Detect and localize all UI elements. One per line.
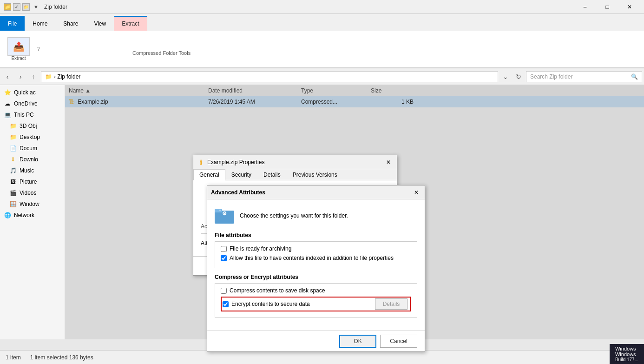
star-icon: ⭐ [4, 89, 11, 96]
maximize-button[interactable]: □ [597, 0, 618, 14]
details-button[interactable]: Details [375, 298, 407, 310]
sidebar-item-pictures[interactable]: 🖼 Picture [0, 176, 65, 187]
sidebar-item-3dobj[interactable]: 📁 3D Obj [0, 120, 65, 132]
advanced-ok-button[interactable]: OK [339, 335, 376, 348]
compressed-tools-label: Compressed Folder Tools [132, 50, 191, 56]
advanced-attributes-dialog: Advanced Attributes ✕ ⚙ Choose the setti… [207, 185, 425, 352]
compress-row: Compress contents to save disk space [221, 287, 411, 294]
tab-security[interactable]: Security [225, 169, 257, 180]
extract-label: Extract [11, 56, 26, 61]
content-area: Name ▲ Date modified Type Size 🗜 Example… [65, 85, 644, 339]
sidebar-item-onedrive[interactable]: ☁ OneDrive [0, 98, 65, 109]
encrypt-row: Encrypt contents to secure data Details [221, 297, 411, 311]
tab-general[interactable]: General [193, 169, 225, 180]
index-checkbox[interactable] [221, 255, 227, 261]
archive-row: File is ready for archiving [221, 245, 411, 252]
advanced-dialog-title: Advanced Attributes [211, 189, 412, 196]
advanced-close-button[interactable]: ✕ [412, 188, 421, 197]
sidebar-item-music[interactable]: 🎵 Music [0, 165, 65, 176]
tab-file[interactable]: File [0, 16, 25, 31]
advanced-content: ⚙ Choose the settings you want for this … [207, 199, 425, 331]
encrypt-checkbox[interactable] [223, 301, 229, 307]
sidebar: ⭐ Quick ac ☁ OneDrive 💻 This PC 📁 3D Obj… [0, 85, 65, 339]
sidebar-item-thispc[interactable]: 💻 This PC [0, 109, 65, 120]
sidebar-item-quickaccess[interactable]: ⭐ Quick ac [0, 87, 65, 98]
window-title: Zip folder [44, 4, 67, 10]
main-layout: ⭐ Quick ac ☁ OneDrive 💻 This PC 📁 3D Obj… [0, 85, 644, 339]
compress-checkbox[interactable] [221, 288, 227, 294]
tab-previous-versions[interactable]: Previous Versions [287, 169, 343, 180]
tab-share[interactable]: Share [55, 16, 86, 31]
dropdown-button[interactable]: ⌄ [500, 71, 511, 82]
windows-info: Windows Windows Build 177... [610, 344, 644, 364]
ribbon: File Home Share View Extract Compressed … [0, 14, 644, 68]
windows-icon: 🪟 [9, 200, 17, 208]
ribbon-tabs: File Home Share View Extract [0, 14, 644, 31]
item-count: 1 item [6, 354, 21, 361]
search-bar[interactable]: Search Zip folder 🔍 [526, 71, 642, 82]
sidebar-item-downloads[interactable]: ⬇ Downlo [0, 154, 65, 165]
videos-icon: 🎬 [9, 189, 17, 197]
music-icon: 🎵 [9, 167, 17, 174]
folder-docs-icon: 📄 [9, 145, 17, 152]
sidebar-item-videos[interactable]: 🎬 Videos [0, 187, 65, 199]
pictures-icon: 🖼 [9, 178, 17, 185]
tab-view[interactable]: View [86, 16, 114, 31]
advanced-icon-row: ⚙ Choose the settings you want for this … [215, 207, 417, 225]
advanced-footer: OK Cancel [207, 331, 425, 351]
search-placeholder: Search Zip folder [530, 73, 572, 80]
properties-dialog-titlebar: ℹ Example.zip Properties ✕ [193, 155, 397, 169]
close-button[interactable]: ✕ [619, 0, 640, 14]
folder-dl-icon: ⬇ [9, 156, 17, 163]
title-bar: 📁 ✓ 📁 ▼ Zip folder – □ ✕ [0, 0, 644, 14]
compress-label[interactable]: Compress contents to save disk space [230, 287, 325, 294]
title-icon-2: ✓ [13, 3, 20, 11]
computer-icon: 💻 [4, 111, 11, 119]
properties-tabs: General Security Details Previous Versio… [193, 169, 397, 180]
advanced-folder-icon: ⚙ [215, 207, 234, 225]
title-icon-3: 📁 [22, 3, 30, 11]
address-bar[interactable]: 📁 › Zip folder [41, 71, 498, 82]
compress-section-label: Compress or Encrypt attributes [215, 274, 417, 280]
back-button[interactable]: ‹ [2, 71, 13, 82]
encrypt-label[interactable]: Encrypt contents to secure data [231, 301, 310, 307]
index-label[interactable]: Allow this file to have contents indexed… [230, 255, 394, 261]
quick-access-icon: 📁 [4, 3, 11, 11]
selected-info: 1 item selected 136 bytes [30, 354, 93, 361]
minimize-button[interactable]: – [574, 0, 596, 14]
properties-close-button[interactable]: ✕ [384, 158, 393, 167]
sidebar-item-network[interactable]: 🌐 Network [0, 210, 65, 221]
file-attributes-label: File attributes [215, 232, 417, 238]
properties-dialog-icon: ℹ [197, 159, 204, 166]
search-icon: 🔍 [631, 73, 638, 80]
sidebar-item-documents[interactable]: 📄 Docum [0, 143, 65, 154]
help-icon[interactable]: ? [37, 46, 40, 52]
file-attributes-section: File is ready for archiving Allow this f… [215, 241, 417, 268]
forward-button[interactable]: › [15, 71, 26, 82]
tab-extract[interactable]: Extract [114, 16, 147, 31]
cloud-icon: ☁ [4, 100, 11, 107]
tab-details[interactable]: Details [257, 169, 287, 180]
address-path: › Zip folder [54, 73, 80, 80]
folder-desktop-icon: 📁 [9, 133, 17, 141]
up-button[interactable]: ↑ [28, 71, 39, 82]
extract-button[interactable]: 📤 [7, 37, 30, 56]
window-controls: – □ ✕ [574, 0, 640, 14]
sidebar-item-desktop[interactable]: 📁 Desktop [0, 132, 65, 143]
folder-icon: 📁 [45, 73, 52, 80]
folder-3dobj-icon: 📁 [9, 122, 17, 130]
advanced-description: Choose the settings you want for this fo… [240, 212, 348, 219]
refresh-button[interactable]: ↻ [513, 71, 524, 82]
compress-section: Compress contents to save disk space Enc… [215, 283, 417, 318]
archive-label[interactable]: File is ready for archiving [230, 245, 291, 252]
ribbon-content: Compressed Folder Tools 📤 Extract ? [0, 31, 644, 68]
archive-checkbox[interactable] [221, 246, 227, 252]
status-bar: 1 item 1 item selected 136 bytes ⊞ ☰ [0, 350, 644, 364]
properties-dialog-title: Example.zip Properties [207, 159, 384, 165]
tab-home[interactable]: Home [25, 16, 55, 31]
advanced-cancel-button[interactable]: Cancel [380, 335, 417, 348]
address-bar-container: ‹ › ↑ 📁 › Zip folder ⌄ ↻ Search Zip fold… [0, 68, 644, 85]
index-row: Allow this file to have contents indexed… [221, 255, 411, 261]
title-bar-icons: 📁 ✓ 📁 ▼ [4, 3, 39, 11]
sidebar-item-windows[interactable]: 🪟 Window [0, 199, 65, 210]
